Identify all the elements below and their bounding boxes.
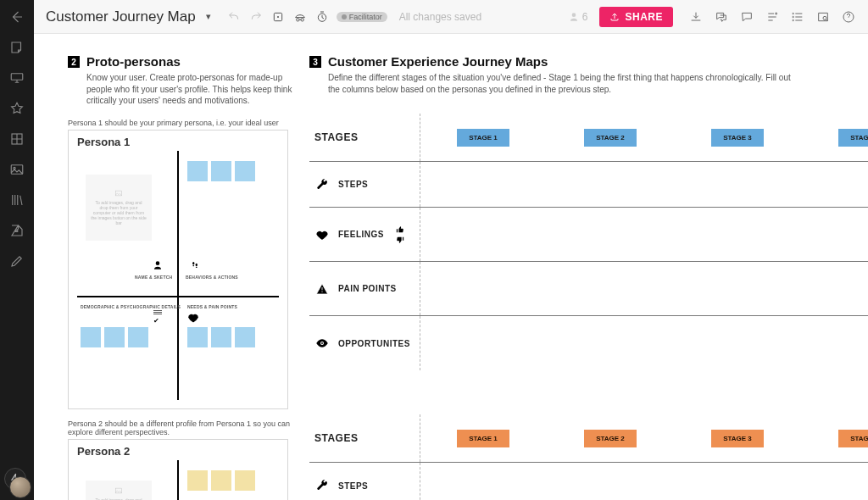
search-icon[interactable] bbox=[815, 9, 831, 25]
svg-point-5 bbox=[277, 16, 278, 17]
user-icon bbox=[152, 259, 164, 271]
note-icon[interactable] bbox=[8, 39, 25, 56]
activity-icon[interactable] bbox=[765, 9, 780, 25]
image-placeholder[interactable]: To add images, drag and drop them from y… bbox=[86, 481, 152, 501]
right-tools bbox=[688, 9, 856, 25]
persona2-note: Persona 2 should be a different profile … bbox=[68, 419, 305, 436]
journey-table-2: STAGES STAGE 1 STAGE 2 STAGE 3 STAGE 4 S… bbox=[309, 414, 868, 500]
svg-rect-19 bbox=[196, 266, 198, 267]
journey-table-1: STAGES STAGE 1 STAGE 2 STAGE 3 STAGE 4 S… bbox=[309, 114, 868, 370]
sticky[interactable] bbox=[211, 470, 231, 491]
outline-icon[interactable] bbox=[790, 9, 805, 25]
stage-chip[interactable]: STAGE 1 bbox=[457, 430, 509, 447]
star-icon[interactable] bbox=[8, 100, 25, 117]
persona1-title: Persona 1 bbox=[69, 131, 287, 150]
svg-point-18 bbox=[196, 263, 198, 266]
section-proto-personas: 2 Proto-personas Know your user. Create … bbox=[68, 54, 305, 500]
quad-label-tl: NAME & SKETCH bbox=[135, 275, 172, 280]
incognito-icon[interactable] bbox=[292, 9, 308, 25]
sticky[interactable] bbox=[235, 327, 255, 347]
stage-chip[interactable]: STAGE 4 bbox=[838, 129, 868, 147]
quad-label-bl: DEMOGRAPHIC & PSYCHOGRAPHIC DETAILS bbox=[81, 304, 181, 309]
left-rail bbox=[0, 0, 34, 500]
wrench-icon bbox=[314, 478, 330, 493]
back-icon[interactable] bbox=[8, 8, 25, 25]
stage-chip[interactable]: STAGE 2 bbox=[584, 129, 637, 147]
footsteps-icon bbox=[189, 259, 201, 271]
jm-row-painpoints: PAIN POINTS bbox=[309, 262, 868, 316]
redo-icon[interactable] bbox=[248, 9, 264, 25]
frame-icon[interactable] bbox=[270, 9, 286, 25]
persona2-title: Persona 2 bbox=[69, 440, 287, 459]
board-title[interactable]: Customer Journey Map bbox=[46, 8, 196, 25]
download-icon[interactable] bbox=[688, 9, 704, 25]
profile-stack[interactable] bbox=[4, 468, 30, 493]
section-title: Proto-personas bbox=[86, 54, 181, 69]
comment-icon[interactable] bbox=[739, 9, 754, 25]
sticky[interactable] bbox=[235, 470, 255, 491]
persona1-note: Persona 1 should be your primary persona… bbox=[68, 119, 305, 127]
pencil-icon[interactable] bbox=[8, 253, 25, 269]
stage-chip[interactable]: STAGE 3 bbox=[711, 430, 764, 447]
check-icon: ✔ bbox=[153, 317, 159, 325]
persona1-card[interactable]: Persona 1 To add images, drag and drop t… bbox=[68, 130, 288, 409]
stage-chip[interactable]: STAGE 3 bbox=[711, 129, 764, 147]
heart-outline-icon bbox=[187, 312, 199, 324]
chevron-down-icon[interactable]: ▾ bbox=[206, 11, 211, 22]
section-title: Customer Experience Journey Maps bbox=[328, 54, 548, 69]
jm-row-steps: STEPS bbox=[309, 463, 868, 500]
quad-label-tr: BEHAVIORS & ACTIONS bbox=[186, 275, 238, 280]
svg-point-12 bbox=[793, 19, 793, 20]
section-desc: Define the different stages of the situa… bbox=[328, 72, 803, 95]
timer-icon[interactable] bbox=[314, 9, 330, 25]
thumbs-down-icon bbox=[396, 236, 404, 244]
svg-point-9 bbox=[776, 13, 777, 14]
sticky[interactable] bbox=[211, 327, 231, 347]
canvas[interactable]: 2 Proto-personas Know your user. Create … bbox=[34, 34, 868, 500]
svg-point-10 bbox=[793, 13, 793, 14]
svg-rect-17 bbox=[192, 265, 194, 266]
export-icon[interactable] bbox=[8, 222, 25, 239]
stage-chip[interactable]: STAGE 4 bbox=[838, 430, 868, 447]
sticky[interactable] bbox=[211, 161, 231, 181]
svg-point-22 bbox=[321, 342, 323, 344]
share-button[interactable]: SHARE bbox=[599, 7, 673, 27]
svg-point-16 bbox=[192, 261, 194, 264]
persona2-card[interactable]: Persona 2 To add images, drag and drop t… bbox=[68, 439, 288, 501]
heart-icon bbox=[314, 227, 330, 242]
warning-icon bbox=[314, 281, 330, 297]
stage-chip[interactable]: STAGE 2 bbox=[584, 430, 637, 447]
section-number: 2 bbox=[68, 56, 80, 68]
user-count[interactable]: 6 bbox=[568, 11, 588, 23]
help-icon[interactable] bbox=[841, 9, 856, 25]
library-icon[interactable] bbox=[8, 192, 25, 208]
sticky[interactable] bbox=[104, 327, 125, 347]
stage-chip[interactable]: STAGE 1 bbox=[457, 129, 509, 147]
sticky[interactable] bbox=[235, 161, 255, 181]
section-journey-maps: 3 Customer Experience Journey Maps Defin… bbox=[309, 54, 868, 500]
svg-rect-0 bbox=[11, 74, 23, 81]
sticky[interactable] bbox=[128, 327, 148, 347]
thumbs-up-icon bbox=[396, 225, 404, 234]
section-number: 3 bbox=[309, 56, 321, 68]
sticky[interactable] bbox=[81, 327, 101, 347]
jm-row-stages: STAGES STAGE 1 STAGE 2 STAGE 3 STAGE 4 bbox=[309, 114, 868, 161]
sticky[interactable] bbox=[187, 470, 208, 491]
image-placeholder[interactable]: To add images, drag and drop them from y… bbox=[86, 175, 152, 241]
save-status: All changes saved bbox=[399, 11, 481, 23]
jm-row-stages: STAGES STAGE 1 STAGE 2 STAGE 3 STAGE 4 bbox=[309, 414, 868, 462]
role-badge: Facilitator bbox=[337, 12, 387, 22]
image-icon[interactable] bbox=[8, 161, 25, 178]
svg-rect-4 bbox=[274, 13, 281, 20]
chat-icon[interactable] bbox=[714, 9, 729, 25]
thumbs-icons bbox=[396, 225, 404, 244]
topbar: Customer Journey Map ▾ Facilitator All c… bbox=[34, 0, 868, 34]
sticky[interactable] bbox=[187, 161, 208, 181]
sticky[interactable] bbox=[187, 327, 208, 347]
grid-icon[interactable] bbox=[8, 131, 25, 147]
eye-icon bbox=[314, 336, 330, 351]
present-icon[interactable] bbox=[8, 69, 25, 86]
quad-label-br: NEEDS & PAIN POINTS bbox=[187, 304, 237, 309]
svg-point-11 bbox=[793, 16, 793, 17]
undo-icon[interactable] bbox=[226, 9, 242, 25]
